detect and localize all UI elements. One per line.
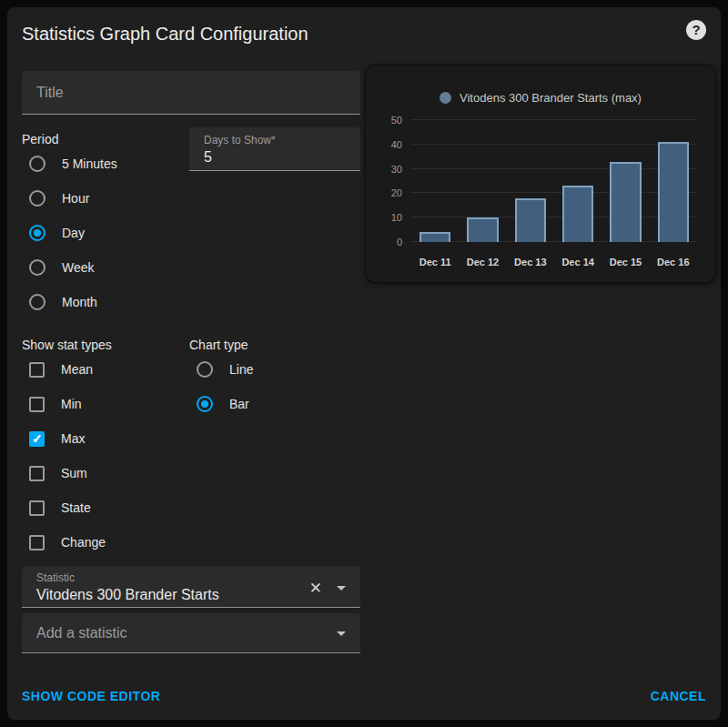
- radio-label: Month: [62, 295, 97, 309]
- days-to-show-input[interactable]: [204, 149, 346, 166]
- checkbox-icon[interactable]: [29, 431, 45, 447]
- bar-slot: [602, 120, 649, 242]
- stat-types-label: Show stat types: [22, 338, 112, 352]
- radio-icon[interactable]: [29, 294, 46, 310]
- radio-option-bar[interactable]: Bar: [189, 387, 335, 421]
- chart-type-group: Line Bar: [189, 352, 335, 421]
- checkbox-label: Max: [61, 431, 85, 446]
- radio-icon[interactable]: [29, 225, 46, 241]
- chevron-down-icon[interactable]: [337, 631, 346, 636]
- legend-dot-icon: [440, 92, 451, 104]
- chart-x-labels: Dec 11Dec 12Dec 13Dec 14Dec 15Dec 16: [411, 257, 697, 268]
- radio-icon[interactable]: [29, 190, 46, 207]
- x-axis-label: Dec 14: [554, 257, 602, 268]
- checkbox-option-mean[interactable]: Mean: [22, 352, 186, 387]
- show-code-editor-button[interactable]: SHOW CODE EDITOR: [22, 689, 160, 703]
- checkbox-option-change[interactable]: Change: [22, 525, 186, 560]
- radio-option-week[interactable]: Week: [22, 250, 186, 285]
- x-axis-label: Dec 11: [411, 257, 459, 268]
- radio-label: Week: [62, 260, 95, 275]
- checkbox-label: Change: [61, 535, 106, 550]
- x-axis-label: Dec 13: [507, 257, 554, 268]
- bar-dec-11: [420, 232, 451, 242]
- days-to-show-label: Days to Show*: [204, 134, 346, 146]
- bar-slot: [650, 120, 697, 242]
- chart-y-labels: 01020304050: [382, 120, 406, 242]
- radio-label: 5 Minutes: [62, 157, 117, 171]
- chart-type-label: Chart type: [189, 338, 248, 352]
- checkbox-option-min[interactable]: Min: [22, 387, 186, 421]
- legend-label: Vitodens 300 Brander Starts (max): [460, 91, 642, 105]
- y-axis-tick: 0: [397, 237, 402, 247]
- period-group: 5 Minutes Hour Day Week Month: [22, 146, 186, 319]
- checkbox-label: State: [61, 500, 91, 515]
- y-axis-tick: 10: [391, 212, 402, 223]
- radio-option-5-minutes[interactable]: 5 Minutes: [22, 146, 186, 181]
- clear-icon[interactable]: ✕: [309, 579, 322, 598]
- checkbox-icon[interactable]: [29, 397, 45, 412]
- bar-slot: [411, 120, 459, 242]
- chevron-down-icon[interactable]: [337, 586, 346, 591]
- bar-dec-12: [467, 217, 499, 242]
- x-axis-label: Dec 16: [650, 257, 697, 268]
- radio-label: Day: [62, 226, 85, 240]
- y-axis-tick: 30: [391, 164, 402, 175]
- checkbox-label: Sum: [61, 466, 87, 480]
- add-statistic-placeholder: Add a statistic: [36, 625, 127, 641]
- radio-icon[interactable]: [197, 361, 213, 378]
- stat-types-group: Mean Min Max Sum State Change: [22, 352, 186, 560]
- radio-option-month[interactable]: Month: [22, 285, 186, 319]
- statistic-value: Vitodens 300 Brander Starts: [36, 587, 346, 603]
- bar-dec-14: [562, 186, 594, 242]
- chart-plot: [411, 120, 697, 242]
- x-axis-label: Dec 12: [459, 257, 506, 268]
- checkbox-option-max[interactable]: Max: [22, 421, 186, 456]
- chart-legend[interactable]: Vitodens 300 Brander Starts (max): [366, 91, 715, 105]
- y-axis-tick: 50: [391, 115, 402, 126]
- radio-icon[interactable]: [197, 396, 213, 412]
- radio-option-hour[interactable]: Hour: [22, 181, 186, 216]
- radio-option-line[interactable]: Line: [189, 352, 335, 387]
- bar-dec-15: [610, 162, 642, 242]
- bar-slot: [554, 120, 602, 242]
- checkbox-option-state[interactable]: State: [22, 490, 186, 525]
- bar-dec-16: [658, 142, 690, 242]
- checkbox-label: Min: [61, 397, 82, 411]
- title-input[interactable]: [22, 71, 360, 114]
- bar-slot: [507, 120, 554, 242]
- statistic-label: Statistic: [36, 571, 346, 584]
- chart-plot-area: 01020304050: [382, 120, 697, 242]
- radio-label: Line: [229, 362, 253, 377]
- radio-option-day[interactable]: Day: [22, 216, 186, 250]
- radio-label: Hour: [62, 191, 89, 206]
- radio-label: Bar: [229, 397, 249, 411]
- title-field[interactable]: [22, 71, 360, 115]
- y-axis-tick: 20: [391, 187, 402, 198]
- statistic-field[interactable]: Statistic Vitodens 300 Brander Starts ✕: [22, 566, 360, 608]
- cancel-button[interactable]: CANCEL: [651, 689, 706, 703]
- chart-preview-card: Vitodens 300 Brander Starts (max) 010203…: [366, 66, 715, 282]
- checkbox-label: Mean: [61, 362, 93, 377]
- add-statistic-field[interactable]: Add a statistic: [22, 613, 360, 653]
- x-axis-label: Dec 15: [602, 257, 649, 268]
- help-icon[interactable]: ?: [686, 20, 706, 40]
- checkbox-icon[interactable]: [29, 362, 45, 378]
- radio-icon[interactable]: [29, 156, 46, 172]
- radio-icon[interactable]: [29, 259, 46, 276]
- period-label: Period: [22, 132, 58, 146]
- dialog-title: Statistics Graph Card Configuration: [22, 24, 308, 45]
- chart-bars: [411, 120, 697, 242]
- statistics-graph-card-dialog: Statistics Graph Card Configuration ? Da…: [7, 7, 721, 720]
- days-to-show-field[interactable]: Days to Show*: [189, 127, 360, 171]
- checkbox-icon[interactable]: [29, 466, 45, 481]
- bar-dec-13: [515, 198, 547, 242]
- bar-slot: [459, 120, 506, 242]
- checkbox-icon[interactable]: [29, 500, 45, 516]
- y-axis-tick: 40: [391, 139, 402, 150]
- checkbox-icon[interactable]: [29, 535, 45, 550]
- checkbox-option-sum[interactable]: Sum: [22, 456, 186, 490]
